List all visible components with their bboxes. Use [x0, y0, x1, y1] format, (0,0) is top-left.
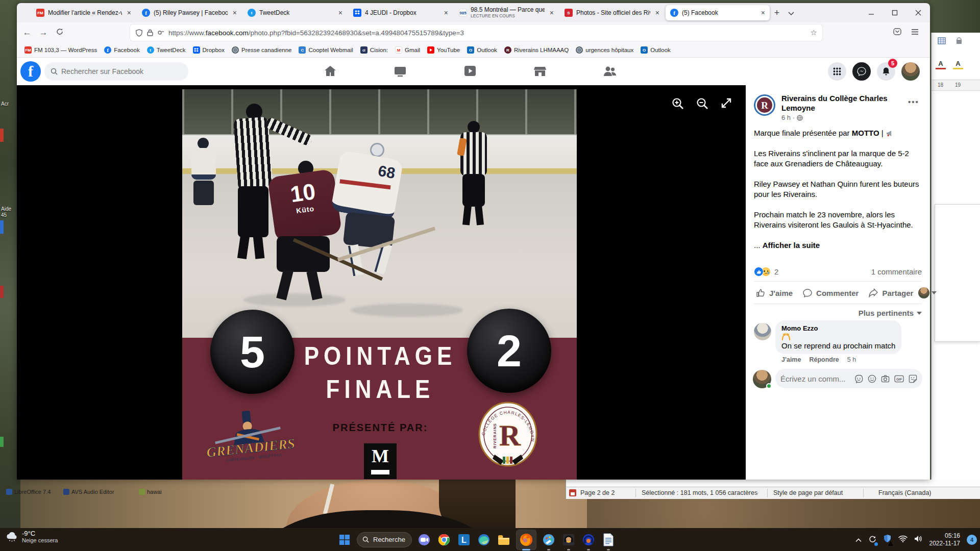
url-text[interactable]: https://www.facebook.com/photo.php?fbid=… — [168, 29, 464, 37]
facebook-search[interactable] — [44, 62, 188, 81]
tab-dropbox[interactable]: 4 JEUDI - Dropbox × — [349, 5, 453, 20]
volume-icon[interactable] — [914, 535, 923, 544]
status-selection[interactable]: Sélectionné : 181 mots, 1 056 caractères — [642, 489, 757, 496]
comment-like-link[interactable]: J'aime — [781, 356, 801, 363]
tab-facebook-active[interactable]: f (5) Facebook × — [666, 5, 770, 20]
back-button[interactable]: ← — [19, 28, 35, 38]
libreoffice-icon[interactable]: L — [456, 532, 472, 547]
highlight-color-icon[interactable]: A — [953, 59, 963, 69]
wifi-icon[interactable] — [898, 535, 908, 544]
sort-selector[interactable]: Plus pertinents — [859, 309, 922, 317]
tracking-shield-icon[interactable] — [135, 29, 143, 37]
commenter-avatar[interactable] — [754, 323, 771, 340]
bookmark-tweetdeck[interactable]: tTweetDeck — [144, 45, 188, 55]
post-timestamp[interactable]: 6 h · — [781, 114, 803, 121]
groups-icon[interactable] — [603, 64, 618, 79]
status-page-style[interactable]: Style de page par défaut — [773, 489, 843, 496]
table-grid-icon[interactable] — [937, 37, 947, 47]
tray-chevron-icon[interactable] — [855, 535, 862, 544]
notification-center-badge[interactable]: 4 — [967, 535, 977, 545]
chrome-icon[interactable] — [436, 532, 452, 547]
minimize-button[interactable] — [860, 3, 883, 22]
profile-avatar[interactable] — [901, 62, 920, 81]
window-label-avs[interactable]: AVS Audio Editor — [63, 489, 114, 495]
taskbar-search[interactable]: Recherche — [357, 532, 412, 547]
tab-list-dropdown[interactable] — [784, 8, 798, 18]
comment-input[interactable] — [780, 374, 852, 383]
reload-button[interactable] — [52, 28, 68, 38]
bookmark-cooptel[interactable]: CCooptel Webmail — [296, 45, 355, 55]
avs-audio-editor-icon[interactable] — [561, 532, 576, 547]
start-button[interactable] — [337, 532, 352, 547]
bookmark-outlook-2[interactable]: OOutlook — [638, 45, 673, 55]
taskbar-clock[interactable]: 05:16 2022-11-17 — [929, 532, 961, 547]
file-explorer-icon[interactable] — [496, 532, 511, 547]
page-avatar[interactable]: R — [754, 94, 775, 116]
audio-app-icon[interactable] — [581, 532, 596, 547]
permissions-icon[interactable] — [157, 30, 164, 36]
close-button[interactable] — [906, 3, 930, 22]
messenger-button[interactable] — [852, 62, 871, 81]
bookmark-cision[interactable]: ciCision: — [358, 45, 390, 55]
bookmark-riverains[interactable]: RRiverains LHMAAAQ — [502, 45, 571, 55]
tab-close-icon[interactable]: × — [548, 9, 555, 17]
video-icon[interactable] — [463, 64, 478, 79]
teams-chat-icon[interactable] — [416, 532, 432, 547]
tab-riley-pawsey[interactable]: f (5) Riley Pawsey | Facebook × — [137, 5, 241, 20]
see-more-link[interactable]: ... Afficher la suite — [754, 240, 922, 251]
tab-close-icon[interactable]: × — [760, 9, 767, 17]
firefox-icon-active[interactable] — [516, 530, 536, 550]
status-language[interactable]: Français (Canada) — [878, 489, 932, 496]
camera-icon[interactable] — [881, 374, 890, 383]
paint-app-icon[interactable] — [541, 532, 556, 547]
tab-close-icon[interactable]: × — [231, 9, 238, 17]
url-bar[interactable]: https://www.facebook.com/photo.php?fbid=… — [130, 24, 822, 41]
commenter-name[interactable]: Momo Ezzo — [781, 324, 895, 332]
weather-widget[interactable]: -9°C Neige cessera — [5, 530, 58, 543]
watch-icon[interactable] — [393, 64, 408, 79]
bookmark-outlook-1[interactable]: OOutlook — [464, 45, 500, 55]
lock-icon[interactable] — [147, 29, 153, 36]
maximize-button[interactable] — [883, 3, 906, 22]
bookmark-gmail[interactable]: MGmail — [393, 45, 423, 55]
tab-985-montreal[interactable]: 985 98.5 Montréal — Parce que vo LECTURE… — [454, 5, 558, 20]
menu-icon[interactable] — [911, 28, 919, 37]
bookmark-urgences[interactable]: urgences hôpitaux — [573, 45, 636, 55]
tab-photos-riverains[interactable]: S Photos - Site officiel des River × — [560, 5, 664, 20]
comment-time[interactable]: 5 h — [847, 356, 856, 363]
marketplace-icon[interactable] — [533, 64, 548, 79]
window-label-libreoffice[interactable]: LibreOffice 7.4 — [6, 489, 51, 495]
pocket-icon[interactable] — [893, 28, 901, 38]
emoji-icon[interactable] — [868, 374, 876, 383]
bookmark-star-icon[interactable]: ☆ — [811, 28, 817, 37]
paint-can-icon[interactable] — [954, 37, 964, 47]
like-reaction-icon[interactable] — [754, 267, 764, 277]
new-tab-button[interactable]: + — [770, 8, 784, 18]
comment-as-selector[interactable] — [918, 287, 937, 298]
comment-count[interactable]: 1 commentaire — [871, 267, 922, 276]
comment-reply-link[interactable]: Répondre — [809, 356, 839, 363]
window-label-hawai[interactable]: hawai — [139, 489, 162, 495]
comment-composer[interactable]: GIF — [775, 369, 922, 388]
font-color-icon[interactable]: A — [936, 59, 946, 69]
tab-close-icon[interactable]: × — [654, 9, 661, 17]
bookmark-facebook[interactable]: fFacebook — [102, 45, 142, 55]
page-name[interactable]: Riverains du Collège Charles Lemoyne — [781, 93, 901, 113]
save-icon[interactable] — [569, 489, 576, 496]
status-page[interactable]: Page 2 de 2 — [580, 489, 615, 496]
forward-button[interactable]: → — [35, 28, 52, 38]
like-button[interactable]: J'aime — [751, 285, 798, 300]
writer-document-icon[interactable] — [601, 532, 616, 547]
bookmark-presse-canadienne[interactable]: Presse canadienne — [229, 45, 294, 55]
home-icon[interactable] — [323, 64, 338, 79]
sticker-icon[interactable] — [909, 374, 917, 383]
bookmark-youtube[interactable]: YouTube — [425, 45, 462, 55]
bookmark-dropbox[interactable]: Dropbox — [190, 45, 227, 55]
reaction-count[interactable]: 2 — [774, 267, 778, 276]
search-input[interactable] — [61, 67, 174, 76]
comment-button[interactable]: Commenter — [798, 285, 864, 300]
avatar-sticker-icon[interactable] — [854, 374, 863, 383]
edge-icon[interactable] — [476, 532, 492, 547]
zoom-in-button[interactable] — [671, 96, 687, 113]
facebook-logo[interactable]: f — [20, 61, 41, 82]
